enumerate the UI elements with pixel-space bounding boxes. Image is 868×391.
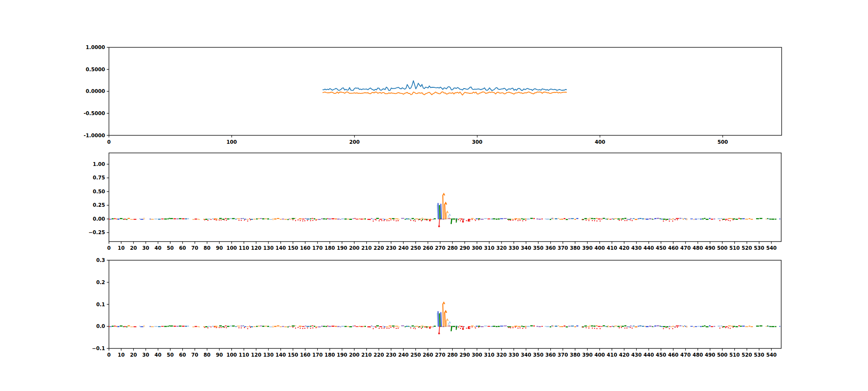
x-tick-label: 310: [484, 245, 494, 251]
red-pick-dot: [478, 219, 479, 220]
red-pick-dot: [513, 327, 513, 328]
x-tick-label: 170: [312, 245, 323, 251]
x-tick-label: 360: [546, 352, 556, 358]
stem-green: [451, 219, 452, 224]
red-pick-dot: [250, 327, 251, 328]
stem-green: [440, 314, 440, 326]
x-tick-label: 380: [570, 245, 580, 251]
x-tick-label: 40: [155, 245, 161, 251]
red-pick-dot: [384, 328, 385, 328]
red-pick-dot: [515, 327, 516, 328]
stem-green: [456, 326, 457, 329]
red-pick-dot: [469, 220, 470, 221]
series-trace-orange: [322, 92, 567, 95]
x-tick-label: 220: [374, 352, 384, 358]
red-pick-dot: [508, 219, 509, 220]
red-pick-dot: [669, 328, 670, 329]
red-pick-dot: [239, 220, 240, 221]
y-tick-label: 0.0000: [86, 88, 105, 94]
x-tick-label: 440: [644, 352, 654, 358]
stem-marker-square: [468, 220, 470, 222]
red-pick-dot: [244, 327, 245, 328]
stem-marker-square: [429, 327, 431, 329]
x-tick-label: 130: [263, 352, 273, 358]
red-pick-dot: [600, 221, 601, 222]
red-pick-dot: [589, 220, 589, 221]
red-pick-dot: [510, 328, 511, 328]
x-tick-label: 240: [398, 245, 408, 251]
red-pick-dot: [582, 219, 583, 220]
y-tick-label: 0.25: [93, 202, 105, 208]
red-pick-dot: [204, 327, 205, 328]
x-tick-label: 330: [509, 245, 519, 251]
stem-marker-square: [468, 328, 470, 329]
red-pick-dot: [594, 328, 595, 329]
red-pick-dot: [427, 327, 427, 328]
red-pick-dot: [391, 327, 391, 328]
x-tick-label: 0: [107, 139, 111, 145]
red-pick-dot: [626, 220, 627, 221]
red-pick-dot: [312, 328, 313, 328]
y-tick-label: -1.0000: [84, 133, 105, 139]
x-tick-label: 60: [179, 352, 186, 358]
red-pick-dot: [728, 327, 729, 328]
clutter-circle: [589, 218, 591, 219]
red-pick-dot: [720, 220, 720, 221]
red-pick-dot: [513, 220, 513, 221]
x-tick-label: 50: [167, 245, 174, 251]
x-tick-label: 320: [496, 245, 507, 251]
x-tick-label: 110: [239, 352, 249, 358]
spike-cluster: [422, 302, 469, 334]
red-pick-dot: [675, 219, 676, 220]
spike-cluster: [422, 194, 469, 227]
red-pick-dot: [663, 328, 664, 329]
x-tick-label: 500: [717, 352, 727, 358]
x-tick-label: 280: [447, 245, 457, 251]
red-pick-dot: [210, 326, 211, 327]
red-pick-dot: [585, 220, 586, 221]
x-tick-label: 500: [717, 139, 728, 145]
red-pick-dot: [472, 327, 473, 328]
x-tick-label: 20: [130, 352, 137, 358]
red-pick-dot: [466, 328, 467, 328]
stem-green: [451, 326, 452, 331]
x-tick-label: 120: [251, 352, 261, 358]
red-pick-dot: [250, 219, 251, 220]
red-pick-dot: [295, 328, 296, 328]
x-tick-label: 280: [447, 352, 457, 358]
red-pick-dot: [585, 327, 586, 328]
red-pick-dot: [370, 219, 371, 220]
x-tick-label: 520: [742, 245, 752, 251]
red-pick-dot: [525, 220, 526, 221]
red-pick-dot: [427, 220, 427, 221]
red-pick-dot: [210, 219, 211, 220]
red-pick-dot: [458, 327, 459, 328]
x-tick-label: 480: [693, 352, 703, 358]
clutter-circle: [398, 326, 399, 328]
red-pick-dot: [725, 327, 726, 328]
x-tick-label: 300: [472, 245, 482, 251]
x-tick-label: 330: [509, 352, 519, 358]
x-tick-label: 410: [607, 352, 617, 358]
x-tick-label: 190: [337, 245, 347, 251]
red-pick-dot: [310, 328, 311, 328]
red-pick-dot: [241, 220, 242, 221]
red-pick-dot: [220, 219, 221, 220]
red-pick-dot: [466, 220, 467, 221]
clutter-circle: [272, 326, 273, 327]
x-tick-label: 510: [730, 245, 740, 251]
red-pick-dot: [517, 328, 518, 328]
red-pick-dot: [418, 327, 419, 328]
red-pick-dot: [631, 328, 632, 328]
stem-red: [439, 219, 440, 226]
x-tick-label: 50: [167, 352, 174, 358]
x-tick-label: 430: [631, 352, 641, 358]
red-pick-dot: [413, 328, 414, 328]
red-pick-dot: [310, 220, 311, 221]
red-pick-dot: [475, 220, 476, 221]
x-tick-label: 470: [681, 245, 691, 251]
x-tick-label: 20: [130, 245, 137, 251]
x-tick-label: 390: [582, 352, 592, 358]
x-tick-label: 100: [227, 352, 237, 358]
x-tick-label: 540: [766, 245, 776, 251]
